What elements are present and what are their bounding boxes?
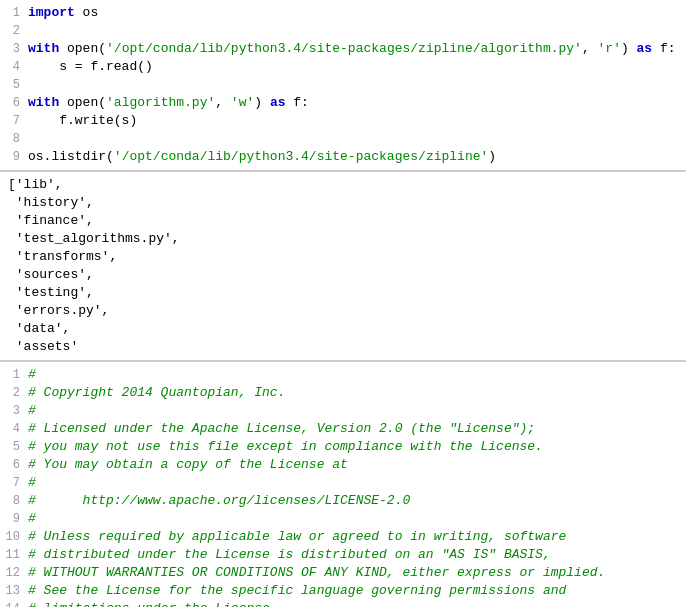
output-line-10: 'assets' xyxy=(8,338,678,356)
output-line-6: 'sources', xyxy=(8,266,678,284)
code-line-8: 8 xyxy=(0,130,686,148)
output-line-9: 'data', xyxy=(8,320,678,338)
output-line-2: 'history', xyxy=(8,194,678,212)
output-line-5: 'transforms', xyxy=(8,248,678,266)
output-line-8: 'errors.py', xyxy=(8,302,678,320)
bottom-code-line-5: 5 # you may not use this file except in … xyxy=(0,438,686,456)
code-line-7: 7 f.write(s) xyxy=(0,112,686,130)
bottom-code-line-3: 3 # xyxy=(0,402,686,420)
code-line-1: 1 import os xyxy=(0,4,686,22)
code-line-4: 4 s = f.read() xyxy=(0,58,686,76)
code-line-6: 6 with open('algorithm.py', 'w') as f: xyxy=(0,94,686,112)
code-line-5: 5 xyxy=(0,76,686,94)
bottom-code-line-8: 8 # http://www.apache.org/licenses/LICEN… xyxy=(0,492,686,510)
code-line-2: 2 xyxy=(0,22,686,40)
bottom-code-line-12: 12 # WITHOUT WARRANTIES OR CONDITIONS OF… xyxy=(0,564,686,582)
bottom-code-line-10: 10 # Unless required by applicable law o… xyxy=(0,528,686,546)
bottom-code-line-4: 4 # Licensed under the Apache License, V… xyxy=(0,420,686,438)
bottom-code-line-14: 14 # limitations under the License. xyxy=(0,600,686,607)
bottom-code-line-13: 13 # See the License for the specific la… xyxy=(0,582,686,600)
output-line-1: ['lib', xyxy=(8,176,678,194)
bottom-code-line-1: 1 # xyxy=(0,366,686,384)
top-code-panel: 1 import os 2 3 with open('/opt/conda/li… xyxy=(0,0,686,172)
output-line-3: 'finance', xyxy=(8,212,678,230)
output-panel: ['lib', 'history', 'finance', 'test_algo… xyxy=(0,172,686,362)
bottom-code-line-7: 7 # xyxy=(0,474,686,492)
code-line-3: 3 with open('/opt/conda/lib/python3.4/si… xyxy=(0,40,686,58)
code-line-9: 9 os.listdir('/opt/conda/lib/python3.4/s… xyxy=(0,148,686,166)
bottom-code-line-2: 2 # Copyright 2014 Quantopian, Inc. xyxy=(0,384,686,402)
bottom-code-line-6: 6 # You may obtain a copy of the License… xyxy=(0,456,686,474)
bottom-code-panel: 1 # 2 # Copyright 2014 Quantopian, Inc. … xyxy=(0,362,686,607)
bottom-code-line-11: 11 # distributed under the License is di… xyxy=(0,546,686,564)
output-line-7: 'testing', xyxy=(8,284,678,302)
bottom-code-line-9: 9 # xyxy=(0,510,686,528)
output-line-4: 'test_algorithms.py', xyxy=(8,230,678,248)
